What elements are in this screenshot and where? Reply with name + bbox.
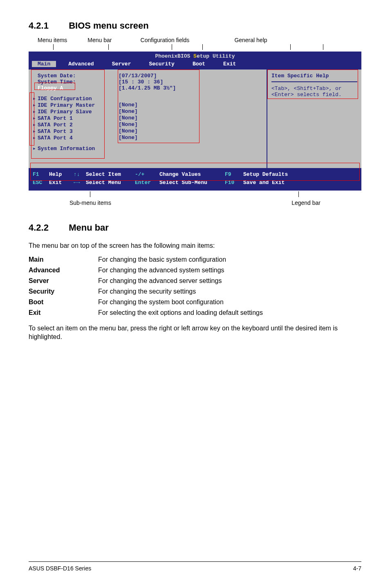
legend-updown-icon: ↑↓ bbox=[74, 171, 86, 179]
table-row: ExitFor selecting the exit options and l… bbox=[29, 307, 263, 318]
label-legend-bar: Legend bar bbox=[291, 200, 321, 206]
label-sub-menu-items: Sub-menu items bbox=[69, 200, 111, 206]
help-text: <Tab>, <Shift+Tab>, or <Enter> selects f… bbox=[271, 85, 357, 98]
row-ide-primary-slave[interactable]: ▸IDE Primary Slave [None] bbox=[33, 108, 262, 115]
section-title-text-2: Menu bar bbox=[69, 222, 109, 233]
row-ide-config[interactable]: ▸IDE Configuration bbox=[33, 95, 262, 102]
label-general-help: General help bbox=[234, 37, 267, 43]
help-header: Item Specific Help bbox=[271, 73, 357, 82]
row-floppy-a[interactable]: Floppy A [1.44/1.25 MB 3½"] bbox=[33, 85, 262, 91]
row-sata2[interactable]: ▸SATA Port 2 [None] bbox=[33, 121, 262, 128]
desc-exit: For selecting the exit options and loadi… bbox=[98, 307, 263, 318]
footer-divider bbox=[29, 561, 361, 562]
diagram-top-labels: Menu items Menu bar Configuration fields… bbox=[29, 37, 361, 43]
table-row: ServerFor changing the advanced server s… bbox=[29, 276, 263, 286]
term-advanced: Advanced bbox=[29, 265, 98, 276]
menu-definitions-table: MainFor changing the basic system config… bbox=[29, 254, 263, 318]
submenu-arrow-icon: ▸ bbox=[33, 121, 38, 128]
table-row: BootFor changing the system boot configu… bbox=[29, 297, 263, 307]
term-boot: Boot bbox=[29, 297, 98, 307]
section-number: 4.2.1 bbox=[29, 20, 66, 31]
bios-legend-bar: F1 Help ↑↓ Select Item -/+ Change Values… bbox=[29, 168, 361, 191]
tab-server[interactable]: Server bbox=[103, 61, 140, 67]
value-ide-primary-master: [None] bbox=[119, 102, 138, 108]
legend-f9: F9 bbox=[225, 171, 243, 179]
submenu-arrow-icon: ▸ bbox=[33, 115, 38, 121]
value-sata1: [None] bbox=[119, 115, 138, 121]
desc-security: For changing the security settings bbox=[98, 286, 263, 297]
label-system-date: System Date: bbox=[33, 73, 119, 79]
submenu-arrow-icon: ▸ bbox=[33, 102, 38, 108]
label-sata3: SATA Port 3 bbox=[38, 128, 73, 135]
label-sata2: SATA Port 2 bbox=[38, 122, 73, 128]
term-main: Main bbox=[29, 254, 98, 265]
menubar-description: The menu bar on top of the screen has th… bbox=[29, 241, 361, 250]
submenu-arrow-icon: ▸ bbox=[33, 128, 38, 135]
bios-menubar: Main Advanced Server Security Boot Exit bbox=[29, 60, 361, 69]
row-ide-primary-master[interactable]: ▸IDE Primary Master [None] bbox=[33, 102, 262, 108]
submenu-arrow-icon: ▸ bbox=[33, 145, 38, 152]
section-number-2: 4.2.2 bbox=[29, 222, 66, 233]
section-heading-421: 4.2.1 BIOS menu screen bbox=[29, 20, 361, 31]
label-floppy-a: Floppy A bbox=[33, 85, 119, 91]
table-row: MainFor changing the basic system config… bbox=[29, 254, 263, 265]
row-sata1[interactable]: ▸SATA Port 1 [None] bbox=[33, 115, 262, 121]
value-sata2: [None] bbox=[119, 121, 138, 128]
label-ide-primary-slave: IDE Primary Slave bbox=[38, 109, 92, 115]
term-exit: Exit bbox=[29, 307, 98, 318]
tab-exit[interactable]: Exit bbox=[214, 61, 245, 67]
row-system-date[interactable]: System Date: [07/13/2007] bbox=[33, 73, 262, 79]
submenu-arrow-icon: ▸ bbox=[33, 135, 38, 141]
desc-main: For changing the basic system configurat… bbox=[98, 254, 263, 265]
legend-select-menu: Select Menu bbox=[86, 179, 135, 187]
bios-title-s: S bbox=[193, 53, 197, 59]
diagram-bottom-labels: Sub-menu items Legend bar bbox=[29, 200, 361, 206]
bios-left-panel: System Date: [07/13/2007] System Time: [… bbox=[29, 70, 267, 168]
tab-security[interactable]: Security bbox=[140, 61, 183, 67]
legend-leftright-icon: ←→ bbox=[74, 179, 86, 187]
bios-body: System Date: [07/13/2007] System Time: [… bbox=[29, 69, 361, 168]
footer-left: ASUS DSBF-D16 Series bbox=[29, 565, 91, 572]
desc-server: For changing the advanced server setting… bbox=[98, 276, 263, 286]
bios-title-prefix: PhoenixBIOS bbox=[155, 53, 193, 59]
desc-boot: For changing the system boot configurati… bbox=[98, 297, 263, 307]
table-row: SecurityFor changing the security settin… bbox=[29, 286, 263, 297]
tab-advanced[interactable]: Advanced bbox=[59, 61, 103, 67]
label-menu-bar: Menu bar bbox=[87, 37, 112, 43]
bios-titlebar: PhoenixBIOS Setup Utility bbox=[29, 52, 361, 60]
row-system-time[interactable]: System Time: [15 : 30 : 36] bbox=[33, 79, 262, 85]
tab-boot[interactable]: Boot bbox=[184, 61, 214, 67]
bios-screen: PhoenixBIOS Setup Utility Main Advanced … bbox=[29, 52, 361, 191]
legend-f10: F10 bbox=[225, 179, 243, 187]
label-system-time: System Time: bbox=[33, 79, 119, 85]
value-ide-primary-slave: [None] bbox=[119, 108, 138, 115]
row-sata3[interactable]: ▸SATA Port 3 [None] bbox=[33, 128, 262, 135]
legend-enter: Enter bbox=[135, 179, 159, 187]
label-ide-config: IDE Configuration bbox=[38, 96, 92, 102]
row-sata4[interactable]: ▸SATA Port 4 [None] bbox=[33, 135, 262, 141]
submenu-arrow-icon: ▸ bbox=[33, 95, 38, 102]
legend-esc: ESC bbox=[33, 179, 49, 187]
bios-title-suffix: etup Utility bbox=[197, 53, 235, 59]
legend-f1: F1 bbox=[33, 171, 49, 179]
submenu-arrow-icon: ▸ bbox=[33, 108, 38, 115]
value-sata3: [None] bbox=[119, 128, 138, 135]
table-row: AdvancedFor changing the advanced system… bbox=[29, 265, 263, 276]
bios-help-panel: Item Specific Help <Tab>, <Shift+Tab>, o… bbox=[267, 70, 361, 168]
footer-right: 4-7 bbox=[353, 565, 361, 572]
term-security: Security bbox=[29, 286, 98, 297]
legend-exit: Exit bbox=[49, 179, 74, 187]
legend-setup-defaults: Setup Defaults bbox=[243, 171, 288, 179]
after-table-text: To select an item on the menu bar, press… bbox=[29, 324, 361, 341]
value-system-time: [15 : 30 : 36] bbox=[119, 79, 163, 85]
section-title-text: BIOS menu screen bbox=[69, 20, 149, 31]
label-menu-items: Menu items bbox=[38, 37, 67, 43]
legend-minus-plus: -/+ bbox=[135, 171, 159, 179]
row-system-info[interactable]: ▸System Information bbox=[33, 145, 262, 152]
value-system-date: [07/13/2007] bbox=[119, 73, 157, 79]
label-sata1: SATA Port 1 bbox=[38, 115, 73, 121]
tab-main[interactable]: Main bbox=[32, 61, 56, 67]
legend-save-exit: Save and Exit bbox=[243, 179, 285, 187]
label-sata4: SATA Port 4 bbox=[38, 135, 73, 141]
label-system-info: System Information bbox=[38, 146, 95, 152]
